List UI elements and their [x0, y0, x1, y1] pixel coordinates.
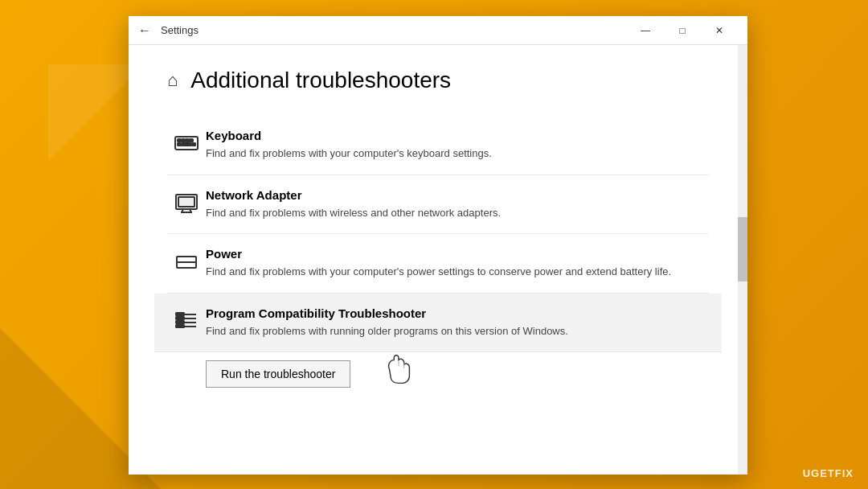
home-icon: ⌂ [167, 70, 178, 91]
network-adapter-item-text: Network Adapter Find and fix problems wi… [206, 188, 709, 221]
power-item-desc: Find and fix problems with your computer… [206, 264, 672, 280]
keyboard-item-text: Keyboard Find and fix problems with your… [206, 129, 709, 162]
minimize-button[interactable]: — [627, 16, 664, 45]
content-area: ⌂ Additional troubleshooters [129, 45, 747, 475]
network-adapter-troubleshooter-item[interactable]: Network Adapter Find and fix problems wi… [167, 175, 709, 235]
watermark-logo: UGETFIX [803, 467, 854, 479]
power-troubleshooter-item[interactable]: Power Find and fix problems with your co… [167, 234, 709, 294]
window-title: Settings [161, 24, 627, 36]
titlebar: ← Settings — □ ✕ [129, 16, 747, 45]
settings-window: ← Settings — □ ✕ ⌂ Additional troublesho… [129, 16, 747, 475]
back-button[interactable]: ← [138, 24, 151, 37]
keyboard-troubleshooter-item[interactable]: Keyboard Find and fix problems with your… [167, 116, 709, 175]
page-header: ⌂ Additional troubleshooters [167, 68, 709, 93]
power-item-name: Power [206, 247, 709, 261]
close-button[interactable]: ✕ [701, 16, 738, 45]
network-adapter-item-name: Network Adapter [206, 188, 709, 202]
program-compatibility-item-text: Program Compatibility Troubleshooter Fin… [206, 306, 709, 339]
cursor-icon [383, 352, 415, 391]
scrollbar-track [738, 45, 747, 475]
power-item-text: Power Find and fix problems with your co… [206, 247, 709, 280]
scrollbar-thumb[interactable] [738, 217, 747, 281]
network-adapter-item-desc: Find and fix problems with wireless and … [206, 205, 672, 221]
run-button-container: Run the troubleshooter [206, 360, 709, 388]
maximize-button[interactable]: □ [664, 16, 701, 45]
page-title: Additional troubleshooters [190, 68, 451, 93]
program-compatibility-icon [167, 308, 206, 334]
keyboard-icon [167, 130, 206, 156]
network-adapter-icon [167, 190, 206, 216]
program-compatibility-item-desc: Find and fix problems with running older… [206, 323, 672, 339]
program-compatibility-troubleshooter-item[interactable]: Program Compatibility Troubleshooter Fin… [154, 294, 722, 353]
program-compatibility-item-name: Program Compatibility Troubleshooter [206, 306, 709, 320]
keyboard-item-name: Keyboard [206, 129, 709, 142]
keyboard-item-desc: Find and fix problems with your computer… [206, 146, 672, 162]
power-icon [167, 249, 206, 274]
window-controls: — □ ✕ [627, 16, 738, 45]
svg-rect-16 [178, 197, 194, 207]
run-troubleshooter-button[interactable]: Run the troubleshooter [206, 360, 350, 388]
